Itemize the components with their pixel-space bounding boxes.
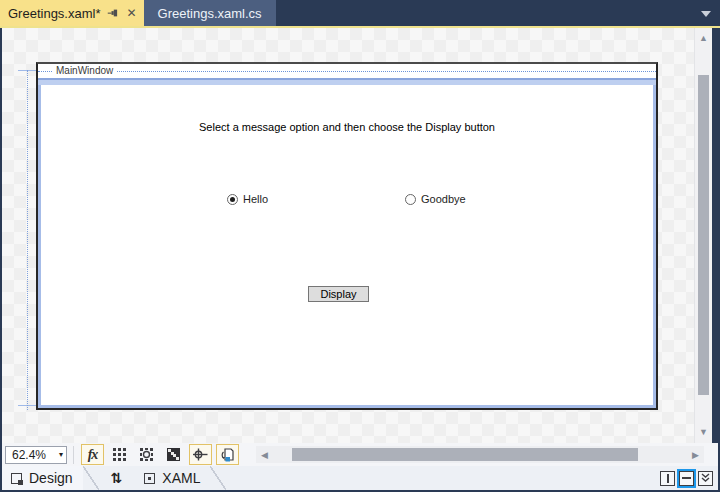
tab-list-dropdown-icon[interactable] bbox=[701, 11, 711, 17]
grid-icon bbox=[113, 448, 126, 461]
close-icon[interactable]: ✕ bbox=[126, 7, 136, 19]
snaplines-icon bbox=[193, 448, 208, 461]
vs-editor-window: Greetings.xaml* ✕ Greetings.xaml.cs Main… bbox=[0, 0, 720, 492]
view-tab-bar: Design ⇅ XAML bbox=[2, 466, 718, 490]
vertical-scrollbar[interactable]: ▲ ▼ bbox=[694, 28, 712, 443]
xaml-tab-label: XAML bbox=[162, 470, 200, 486]
radio-goodbye[interactable]: Goodbye bbox=[405, 193, 466, 205]
scroll-left-icon[interactable]: ◀ bbox=[261, 446, 268, 463]
collapse-pane-icon bbox=[701, 473, 710, 483]
designed-window-content: Select a message option and then choose … bbox=[38, 85, 656, 408]
snap-to-snaplines-button[interactable] bbox=[189, 444, 212, 465]
toggle-artboard-background-button[interactable] bbox=[162, 444, 185, 465]
fx-icon: fx bbox=[88, 447, 98, 463]
tab-greetings-xaml[interactable]: Greetings.xaml* ✕ bbox=[0, 0, 144, 26]
disable-project-code-button[interactable] bbox=[216, 444, 239, 465]
radio-label: Goodbye bbox=[421, 193, 466, 205]
vertical-scrollbar-thumb[interactable] bbox=[698, 75, 709, 395]
vertical-split-icon bbox=[667, 474, 669, 483]
tab-design[interactable]: Design bbox=[2, 466, 83, 490]
xaml-view-icon bbox=[144, 473, 155, 484]
instruction-label: Select a message option and then choose … bbox=[41, 121, 653, 133]
effects-fx-button[interactable]: fx bbox=[81, 444, 104, 465]
margin-guide-line bbox=[27, 70, 28, 410]
horizontal-split-icon bbox=[682, 477, 691, 479]
design-tab-label: Design bbox=[29, 470, 73, 486]
pin-icon[interactable] bbox=[107, 7, 119, 19]
scroll-up-icon[interactable]: ▲ bbox=[695, 31, 712, 45]
designer-toolbar: 62.4% ▾ fx bbox=[2, 443, 718, 466]
artboard-background-icon bbox=[167, 448, 180, 461]
radio-unchecked-icon bbox=[405, 194, 416, 205]
tab-greetings-xaml-cs[interactable]: Greetings.xaml.cs bbox=[144, 0, 276, 26]
designed-window-title: MainWindow bbox=[52, 65, 117, 76]
design-canvas[interactable]: MainWindow Select a message option and t… bbox=[2, 28, 694, 443]
scroll-down-icon[interactable]: ▼ bbox=[695, 425, 712, 439]
vertical-split-button[interactable] bbox=[660, 471, 675, 486]
zoom-level-value: 62.4% bbox=[12, 448, 46, 462]
snap-to-gridlines-button[interactable] bbox=[135, 444, 158, 465]
radio-checked-icon bbox=[227, 194, 238, 205]
radio-hello[interactable]: Hello bbox=[227, 193, 268, 205]
swap-panes-button[interactable]: ⇅ bbox=[99, 470, 135, 486]
horizontal-scrollbar-thumb[interactable] bbox=[292, 448, 638, 461]
designed-window-titlebar: MainWindow bbox=[38, 64, 656, 78]
selection-adorner-top bbox=[38, 78, 656, 85]
show-snap-grid-button[interactable] bbox=[108, 444, 131, 465]
horizontal-scrollbar[interactable]: ◀ ▶ bbox=[256, 446, 704, 463]
title-guide-line bbox=[38, 71, 656, 72]
zoom-level-combobox[interactable]: 62.4% ▾ bbox=[5, 446, 67, 464]
snap-grid-icon bbox=[140, 448, 153, 461]
chevron-down-icon: ▾ bbox=[59, 450, 63, 459]
display-button[interactable]: Display bbox=[308, 286, 369, 302]
tab-separator bbox=[83, 466, 99, 490]
scroll-right-icon[interactable]: ▶ bbox=[692, 446, 699, 463]
tab-separator bbox=[210, 466, 226, 490]
collapse-pane-button[interactable] bbox=[698, 471, 713, 486]
radio-label: Hello bbox=[243, 193, 268, 205]
design-view-icon bbox=[11, 473, 22, 484]
tab-label: Greetings.xaml.cs bbox=[158, 6, 262, 21]
document-tab-bar: Greetings.xaml* ✕ Greetings.xaml.cs bbox=[0, 0, 720, 26]
horizontal-split-button[interactable] bbox=[679, 471, 694, 486]
tab-xaml[interactable]: XAML bbox=[134, 466, 210, 490]
tab-label: Greetings.xaml* bbox=[8, 6, 100, 21]
split-view-controls bbox=[660, 471, 713, 486]
designed-window[interactable]: MainWindow Select a message option and t… bbox=[36, 62, 658, 410]
toolbar-separator bbox=[73, 446, 74, 464]
project-code-icon bbox=[221, 448, 235, 462]
